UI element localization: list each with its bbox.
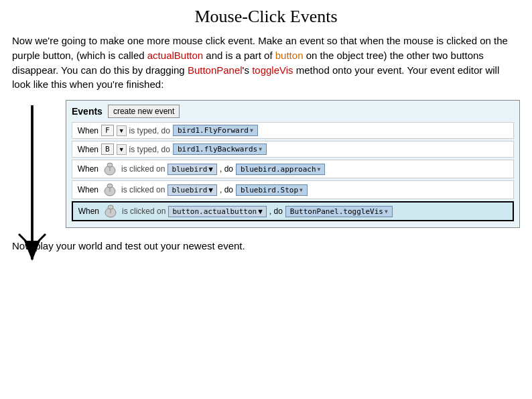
- method-badge-3: bluebird.approach ▼: [236, 164, 325, 175]
- event-panel-header: Events create new event: [72, 105, 514, 118]
- intro-paragraph: Now we're going to make one more mouse c…: [12, 34, 520, 92]
- event-panel: Events create new event When F ▼ is type…: [66, 100, 520, 228]
- button-ref: button: [275, 50, 304, 61]
- svg-point-13: [108, 205, 113, 209]
- method-badge-2: bird1.flyBackwards ▼: [173, 144, 267, 155]
- event-row-2: When B ▼ is typed, do bird1.flyBackwards…: [72, 141, 514, 158]
- drop-arrow-5: ▼: [385, 209, 388, 215]
- intro-text-4: 's: [243, 64, 253, 76]
- when-label-4: When: [76, 185, 98, 194]
- toggle-vis-ref: toggleVis: [252, 64, 293, 76]
- event-row-3: When is clicked on bluebird ▼ , do blueb…: [72, 160, 514, 178]
- obj-badge-4: bluebird ▼: [168, 184, 217, 196]
- obj-badge-3: bluebird ▼: [168, 164, 217, 175]
- comma-3: , do: [220, 164, 233, 174]
- when-label-5: When: [76, 207, 99, 216]
- page-title: Mouse-Click Events: [12, 7, 520, 27]
- svg-point-10: [107, 184, 113, 188]
- drop-arrow-obj-5: ▼: [258, 207, 263, 216]
- when-label-3: When: [76, 164, 98, 174]
- drop-arrow-obj-4: ▼: [208, 186, 213, 194]
- method-badge-4: bluebird.Stop ▼: [236, 184, 308, 196]
- drop-arrow-obj-3: ▼: [208, 165, 213, 174]
- when-label-1: When: [76, 126, 98, 135]
- drop-arrow-3: ▼: [318, 166, 321, 172]
- event-row-1: When F ▼ is typed, do bird1.FlyForward ▼: [72, 122, 514, 139]
- dropdown-btn-2[interactable]: ▼: [117, 144, 127, 155]
- comma-5: , do: [269, 207, 283, 216]
- mouse-icon-4: [101, 183, 119, 196]
- is-clicked-4: is clicked on: [121, 185, 165, 194]
- actual-button-ref: actualButton: [147, 50, 203, 61]
- intro-text-2: and is a part of: [203, 50, 275, 61]
- drop-arrow-1: ▼: [250, 127, 253, 133]
- svg-point-7: [107, 163, 113, 167]
- drop-arrow-2: ▼: [259, 146, 262, 152]
- dropdown-btn-1[interactable]: ▼: [117, 125, 127, 136]
- method-badge-1: bird1.FlyForward ▼: [173, 125, 258, 136]
- button-panel-ref: ButtonPanel: [188, 64, 243, 76]
- create-new-event-button[interactable]: create new event: [108, 105, 180, 118]
- is-clicked-5: is clicked on: [122, 207, 165, 216]
- is-clicked-3: is clicked on: [121, 164, 165, 174]
- method-badge-5: ButtonPanel.toggleVis ▼: [285, 206, 393, 217]
- event-row-5: When is clicked on button.actualbutton ▼…: [72, 201, 514, 221]
- is-typed-2: is typed, do: [129, 145, 170, 154]
- events-label: Events: [72, 106, 103, 117]
- footer-text: Now play your world and test out your ne…: [12, 240, 520, 251]
- comma-4: , do: [220, 185, 233, 194]
- when-label-2: When: [76, 145, 98, 154]
- drop-arrow-4: ▼: [300, 187, 303, 193]
- mouse-icon-5: [102, 205, 119, 218]
- mouse-icon-3: [101, 162, 119, 176]
- event-row-4: When is clicked on bluebird ▼ , do blueb…: [72, 180, 514, 199]
- pointer-arrow: [12, 100, 49, 274]
- key-badge-f: F: [101, 125, 114, 136]
- key-badge-b: B: [101, 144, 114, 155]
- obj-badge-5: button.actualbutton ▼: [168, 206, 266, 217]
- panel-with-arrow: Events create new event When F ▼ is type…: [12, 100, 520, 237]
- event-panel-wrapper: Events create new event When F ▼ is type…: [46, 100, 520, 237]
- is-typed-1: is typed, do: [129, 126, 170, 135]
